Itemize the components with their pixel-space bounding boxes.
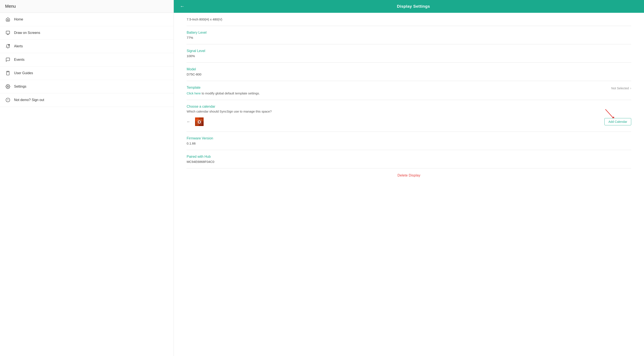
signal-level-section: Signal Level 100% bbox=[186, 44, 631, 63]
template-label: Template bbox=[186, 86, 200, 90]
sidebar-item-home[interactable]: Home bbox=[0, 13, 174, 26]
sidebar-item-user-guides-label: User Guides bbox=[14, 71, 33, 75]
calendar-left: ← O bbox=[186, 117, 204, 127]
sidebar-item-sign-out[interactable]: Not demo? Sign out bbox=[0, 93, 174, 107]
choose-calendar-section: Choose a calendar Which calendar should … bbox=[186, 100, 631, 132]
calendar-description: Which calendar should SyncSign use to ma… bbox=[186, 110, 631, 113]
model-section: Model D75C-800 bbox=[186, 63, 631, 81]
firmware-section: Firmware Version 0.1.66 bbox=[186, 132, 631, 150]
add-calendar-button[interactable]: Add Calendar bbox=[604, 118, 631, 125]
firmware-label: Firmware Version bbox=[186, 136, 631, 140]
template-not-selected-text: Not Selected bbox=[611, 87, 629, 90]
calendar-row: ← O bbox=[186, 117, 631, 127]
clipboard-icon bbox=[5, 70, 11, 76]
sidebar-item-user-guides[interactable]: User Guides bbox=[0, 67, 174, 80]
sidebar-item-alerts[interactable]: Alerts bbox=[0, 40, 174, 53]
battery-level-label: Battery Level bbox=[186, 31, 631, 35]
edit-icon bbox=[5, 30, 11, 36]
delete-section: Delete Display bbox=[186, 168, 631, 182]
device-size-section: 7.5-Inch 800(H) x 480(V) bbox=[186, 13, 631, 26]
calendar-back-arrow[interactable]: ← bbox=[186, 120, 190, 124]
template-status[interactable]: Not Selected › bbox=[611, 86, 631, 90]
paired-hub-section: Paired with Hub MC94E6868F04C0 bbox=[186, 150, 631, 168]
svg-text:O: O bbox=[198, 120, 201, 124]
svg-point-1 bbox=[8, 44, 10, 46]
device-size-value: 7.5-Inch 800(H) x 480(V) bbox=[186, 18, 631, 21]
battery-level-section: Battery Level 77% bbox=[186, 26, 631, 44]
signal-level-value: 100% bbox=[186, 54, 631, 58]
calendar-label: Choose a calendar bbox=[186, 105, 631, 109]
chat-icon bbox=[5, 57, 11, 63]
sign-out-icon bbox=[5, 97, 11, 103]
firmware-value: 0.1.66 bbox=[186, 142, 631, 145]
sidebar-header: Menu bbox=[0, 0, 174, 13]
template-description: Click here to modify global default temp… bbox=[186, 92, 631, 95]
sidebar-item-draw-on-screens[interactable]: Draw on Screens bbox=[0, 26, 174, 40]
sidebar-item-sign-out-label: Not demo? Sign out bbox=[14, 98, 44, 102]
paired-hub-label: Paired with Hub bbox=[186, 155, 631, 159]
sidebar-item-alerts-label: Alerts bbox=[14, 44, 23, 48]
signal-level-label: Signal Level bbox=[186, 49, 631, 53]
svg-point-3 bbox=[7, 86, 8, 87]
sidebar-item-settings[interactable]: Settings bbox=[0, 80, 174, 93]
model-label: Model bbox=[186, 67, 631, 71]
paired-hub-value: MC94E6868F04C0 bbox=[186, 160, 631, 164]
content-area: 7.5-Inch 800(H) x 480(V) Battery Level 7… bbox=[174, 13, 644, 356]
bell-icon bbox=[5, 44, 11, 49]
sidebar-item-settings-label: Settings bbox=[14, 85, 26, 89]
model-value: D75C-800 bbox=[186, 73, 631, 76]
template-row: Template Not Selected › bbox=[186, 86, 631, 91]
template-desc-suffix: to modify global default template settin… bbox=[201, 92, 260, 95]
sidebar-item-home-label: Home bbox=[14, 18, 23, 21]
sidebar: Menu Home Draw on Screens Alerts bbox=[0, 0, 174, 356]
click-here-link[interactable]: Click here bbox=[186, 92, 200, 95]
topbar: ← Display Settings bbox=[174, 0, 644, 13]
back-button[interactable]: ← bbox=[180, 4, 184, 9]
sidebar-item-events[interactable]: Events bbox=[0, 53, 174, 67]
battery-level-value: 77% bbox=[186, 36, 631, 40]
home-icon bbox=[5, 17, 11, 22]
office365-icon: O bbox=[194, 117, 204, 127]
gear-icon bbox=[5, 84, 11, 89]
chevron-right-icon: › bbox=[630, 86, 631, 90]
topbar-title: Display Settings bbox=[189, 4, 638, 9]
main-panel: ← Display Settings 7.5-Inch 800(H) x 480… bbox=[174, 0, 644, 356]
delete-display-button[interactable]: Delete Display bbox=[398, 174, 420, 177]
sidebar-item-draw-label: Draw on Screens bbox=[14, 31, 40, 35]
sidebar-item-events-label: Events bbox=[14, 58, 24, 62]
svg-rect-0 bbox=[6, 31, 10, 34]
add-calendar-container: Add Calendar bbox=[604, 118, 631, 125]
template-section: Template Not Selected › Click here to mo… bbox=[186, 81, 631, 100]
